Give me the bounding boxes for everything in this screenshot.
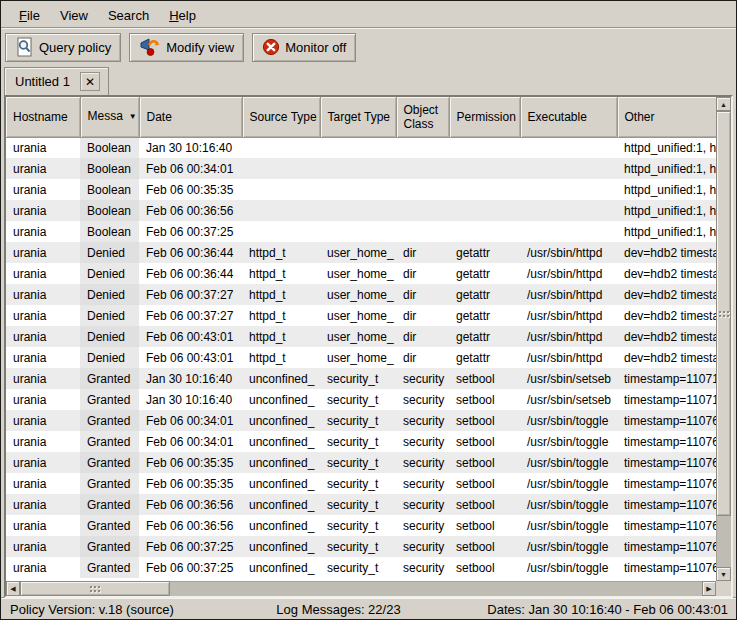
vertical-scrollbar-trough[interactable] [716,516,731,567]
scroll-down-icon: ▼ [720,571,727,578]
cell-date: Jan 30 10:16:40 [139,368,242,389]
cell-date: Feb 06 00:34:01 [139,431,242,452]
cell-other: timestamp=11076 [617,515,716,536]
tab-untitled-1[interactable]: Untitled 1 ✕ [4,67,109,95]
cell-permission: setbool [449,494,520,515]
cell-permission: setbool [449,389,520,410]
cell-hostname: urania [6,536,80,557]
col-header-permission[interactable]: Permission [449,97,520,137]
table-row[interactable]: uraniaGrantedJan 30 10:16:40unconfined_s… [6,389,716,410]
col-header-date[interactable]: Date [139,97,242,137]
cell-permission [449,137,520,158]
table-row[interactable]: uraniaDeniedFeb 06 00:36:44httpd_tuser_h… [6,242,716,263]
cell-hostname: urania [6,452,80,473]
table-row[interactable]: uraniaBooleanFeb 06 00:34:01httpd_unifie… [6,158,716,179]
cell-permission: setbool [449,536,520,557]
scroll-down-button[interactable]: ▼ [716,567,731,581]
cell-other: dev=hdb2 timesta [617,284,716,305]
cell-target-type: security_t [320,473,396,494]
vertical-scrollbar-thumb[interactable] [716,111,731,516]
header-row: Hostname Messa▼ Date Source Type Target … [6,97,716,137]
horizontal-scrollbar-thumb[interactable] [20,581,170,596]
cell-message: Boolean [80,137,139,158]
cell-message: Granted [80,368,139,389]
menu-help[interactable]: Help [159,5,206,26]
table-row[interactable]: uraniaGrantedFeb 06 00:35:35unconfined_s… [6,473,716,494]
table-row[interactable]: uraniaGrantedFeb 06 00:37:25unconfined_s… [6,557,716,578]
cell-executable: /usr/sbin/httpd [520,284,617,305]
cell-date: Feb 06 00:37:25 [139,536,242,557]
table-row[interactable]: uraniaDeniedFeb 06 00:36:44httpd_tuser_h… [6,263,716,284]
table-row[interactable]: uraniaGrantedFeb 06 00:37:25unconfined_s… [6,536,716,557]
col-header-other[interactable]: Other [617,97,716,137]
cell-source-type: unconfined_ [242,494,320,515]
col-header-source-type[interactable]: Source Type [242,97,320,137]
table-row[interactable]: uraniaGrantedFeb 06 00:36:56unconfined_s… [6,494,716,515]
cell-source-type: unconfined_ [242,536,320,557]
table-row[interactable]: uraniaDeniedFeb 06 00:37:27httpd_tuser_h… [6,284,716,305]
cell-message: Granted [80,431,139,452]
menu-view[interactable]: View [50,5,98,26]
cell-target-type: security_t [320,536,396,557]
cell-executable: /usr/sbin/httpd [520,242,617,263]
table-row[interactable]: uraniaGrantedJan 30 10:16:40unconfined_s… [6,368,716,389]
cell-object-class: security [396,536,449,557]
cell-executable: /usr/sbin/httpd [520,263,617,284]
status-bar: Policy Version: v.18 (source) Log Messag… [1,598,736,619]
cell-object-class: dir [396,326,449,347]
horizontal-scrollbar[interactable]: ◀ ▶ [6,581,716,596]
monitor-off-button[interactable]: Monitor off [252,33,356,62]
monitor-off-label: Monitor off [285,40,346,55]
cell-hostname: urania [6,473,80,494]
cell-permission: getattr [449,263,520,284]
scrollbar-corner [716,581,731,596]
col-header-executable[interactable]: Executable [520,97,617,137]
menu-file[interactable]: File [9,5,50,26]
col-header-message[interactable]: Messa▼ [80,97,139,137]
cell-other: timestamp=11076 [617,494,716,515]
query-policy-icon [15,37,34,57]
table-row[interactable]: uraniaDeniedFeb 06 00:37:27httpd_tuser_h… [6,305,716,326]
table-row[interactable]: uraniaGrantedFeb 06 00:34:01unconfined_s… [6,410,716,431]
table-row[interactable]: uraniaBooleanJan 30 10:16:40httpd_unifie… [6,137,716,158]
col-header-object-class[interactable]: Object Class [396,97,449,137]
cell-source-type [242,221,320,242]
menu-search[interactable]: Search [98,5,159,26]
cell-object-class: security [396,557,449,578]
horizontal-scrollbar-trough[interactable] [170,581,702,596]
cell-object-class [396,200,449,221]
cell-other: timestamp=11076 [617,452,716,473]
scroll-left-icon: ◀ [10,585,15,592]
vertical-scrollbar[interactable]: ▲ ▼ [716,97,731,581]
table-row[interactable]: uraniaGrantedFeb 06 00:34:01unconfined_s… [6,431,716,452]
dates-status: Dates: Jan 30 10:16:40 - Feb 06 00:43:01 [406,602,736,617]
table-row[interactable]: uraniaBooleanFeb 06 00:35:35httpd_unifie… [6,179,716,200]
cell-message: Denied [80,326,139,347]
cell-object-class [396,221,449,242]
cell-message: Boolean [80,200,139,221]
cell-source-type: unconfined_ [242,452,320,473]
col-header-hostname[interactable]: Hostname [6,97,80,137]
sort-down-icon: ▼ [129,112,137,121]
query-policy-button[interactable]: Query policy [5,33,121,62]
table-row[interactable]: uraniaBooleanFeb 06 00:36:56httpd_unifie… [6,200,716,221]
table-row[interactable]: uraniaGrantedFeb 06 00:35:35unconfined_s… [6,452,716,473]
table-row[interactable]: uraniaDeniedFeb 06 00:43:01httpd_tuser_h… [6,347,716,368]
cell-object-class [396,179,449,200]
col-header-target-type[interactable]: Target Type [320,97,396,137]
cell-source-type: httpd_t [242,305,320,326]
modify-view-button[interactable]: Modify view [129,33,244,62]
scroll-left-button[interactable]: ◀ [6,581,20,596]
cell-other: timestamp=11076 [617,473,716,494]
scroll-up-button[interactable]: ▲ [716,97,731,111]
cell-message: Granted [80,557,139,578]
cell-target-type: security_t [320,431,396,452]
table-row[interactable]: uraniaGrantedFeb 06 00:36:56unconfined_s… [6,515,716,536]
cell-date: Feb 06 00:35:35 [139,473,242,494]
scroll-right-button[interactable]: ▶ [702,581,716,596]
table-row[interactable]: uraniaDeniedFeb 06 00:43:01httpd_tuser_h… [6,326,716,347]
tab-close-button[interactable]: ✕ [80,72,100,91]
table-row[interactable]: uraniaBooleanFeb 06 00:37:25httpd_unifie… [6,221,716,242]
cell-object-class: dir [396,347,449,368]
cell-permission: setbool [449,515,520,536]
